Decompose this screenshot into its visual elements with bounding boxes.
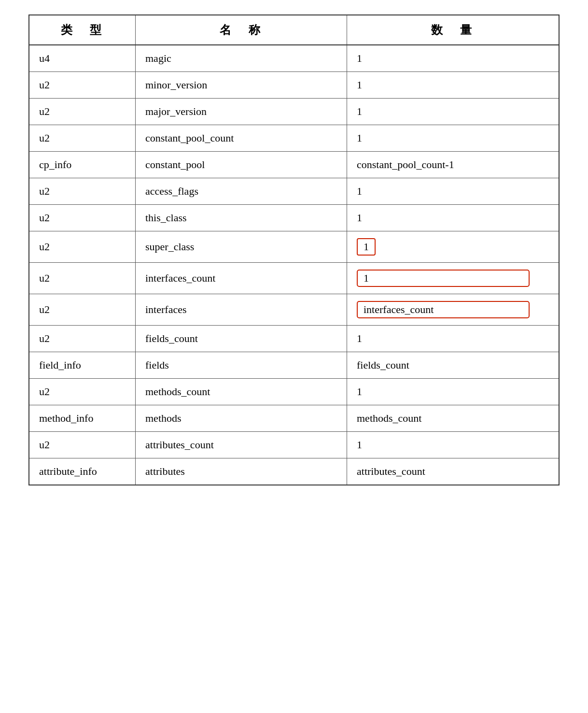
cell-name: constant_pool: [136, 152, 347, 178]
cell-quantity: 1: [347, 99, 559, 125]
cell-quantity: 1: [347, 45, 559, 71]
cell-quantity: methods_count: [347, 405, 559, 431]
cell-type: u2: [29, 294, 136, 325]
cell-type: attribute_info: [29, 458, 136, 485]
cell-quantity: 1: [347, 125, 559, 151]
cell-type: u2: [29, 231, 136, 262]
cell-quantity: 1: [347, 379, 559, 405]
table-row: u2attributes_count1: [29, 432, 559, 458]
cell-type: u2: [29, 263, 136, 294]
cell-type: field_info: [29, 352, 136, 378]
table-row: u2access_flags1: [29, 178, 559, 205]
cell-name: access_flags: [136, 178, 347, 204]
cell-name: fields: [136, 352, 347, 378]
table-row: u2interfaces_count1: [29, 263, 559, 294]
table-header: 类 型 名 称 数 量: [29, 15, 559, 45]
cell-type: u2: [29, 326, 136, 352]
header-quantity: 数 量: [347, 15, 559, 44]
cell-name: super_class: [136, 231, 347, 262]
table-row: field_infofieldsfields_count: [29, 352, 559, 379]
cell-type: u2: [29, 99, 136, 125]
class-file-structure-table: 类 型 名 称 数 量 u4magic1u2minor_version1u2ma…: [28, 14, 560, 485]
cell-name: attributes: [136, 458, 347, 485]
cell-quantity: fields_count: [347, 352, 559, 378]
table-row: u2constant_pool_count1: [29, 125, 559, 152]
cell-name: interfaces_count: [136, 263, 347, 294]
cell-type: u2: [29, 432, 136, 458]
header-type-label: 类 型: [61, 22, 104, 38]
header-name: 名 称: [136, 15, 347, 44]
cell-name: fields_count: [136, 326, 347, 352]
cell-quantity: 1: [347, 326, 559, 352]
cell-name: minor_version: [136, 72, 347, 98]
table-row: attribute_infoattributesattributes_count: [29, 458, 559, 485]
table-row: u2major_version1: [29, 99, 559, 125]
cell-type: u2: [29, 205, 136, 231]
cell-quantity: 1: [347, 231, 559, 262]
cell-type: u2: [29, 379, 136, 405]
header-name-label: 名 称: [220, 22, 263, 38]
table-row: u2super_class1: [29, 231, 559, 263]
cell-quantity: interfaces_count: [347, 294, 559, 325]
cell-type: method_info: [29, 405, 136, 431]
table-row: u2this_class1: [29, 205, 559, 231]
cell-quantity: 1: [347, 432, 559, 458]
table-row: u2minor_version1: [29, 72, 559, 99]
cell-name: methods: [136, 405, 347, 431]
cell-name: magic: [136, 45, 347, 71]
cell-name: major_version: [136, 99, 347, 125]
header-quantity-label: 数 量: [431, 22, 475, 38]
cell-type: u2: [29, 72, 136, 98]
cell-quantity: 1: [347, 205, 559, 231]
table-row: u2methods_count1: [29, 379, 559, 405]
header-type: 类 型: [29, 15, 136, 44]
cell-quantity: constant_pool_count-1: [347, 152, 559, 178]
cell-name: interfaces: [136, 294, 347, 325]
table-row: u2fields_count1: [29, 326, 559, 352]
cell-name: this_class: [136, 205, 347, 231]
table-row: u2interfacesinterfaces_count: [29, 294, 559, 326]
cell-quantity: 1: [347, 72, 559, 98]
cell-quantity: attributes_count: [347, 458, 559, 485]
cell-quantity: 1: [347, 263, 559, 294]
cell-quantity: 1: [347, 178, 559, 204]
table-row: u4magic1: [29, 45, 559, 72]
table-row: cp_infoconstant_poolconstant_pool_count-…: [29, 152, 559, 178]
cell-type: u2: [29, 178, 136, 204]
table-row: method_infomethodsmethods_count: [29, 405, 559, 432]
cell-type: u2: [29, 125, 136, 151]
cell-name: constant_pool_count: [136, 125, 347, 151]
cell-type: u4: [29, 45, 136, 71]
cell-name: attributes_count: [136, 432, 347, 458]
cell-name: methods_count: [136, 379, 347, 405]
cell-type: cp_info: [29, 152, 136, 178]
